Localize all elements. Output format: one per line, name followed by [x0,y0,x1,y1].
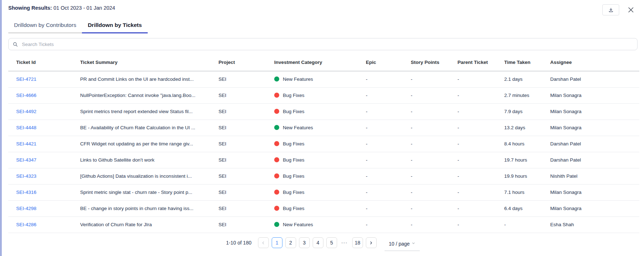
prev-page-button[interactable] [258,237,269,248]
col-project: Project [218,54,274,71]
col-parent-ticket: Parent Ticket [457,54,504,71]
category-label: Bug Fixes [283,190,304,195]
investment-category-cell: New Features [274,71,366,87]
story-points-cell: - [411,71,457,87]
tab-bar: Drilldown by Contributors Drilldown by T… [2,18,644,33]
parent-ticket-cell: - [457,184,504,200]
table-row: SEI-4666NullPointerException: Cannot inv… [8,87,639,103]
table-row: SEI-4316Sprint metric single stat - chur… [8,184,639,200]
ticket-link[interactable]: SEI-4721 [16,76,36,82]
category-label: New Features [283,222,313,227]
col-time-taken: Time Taken [504,54,550,71]
story-points-cell: - [411,200,457,217]
project-cell: SEI [218,217,274,233]
page-button-18[interactable]: 18 [352,237,363,248]
table-row: SEI-4421CFR Widget not updating as per t… [8,136,639,152]
parent-ticket-cell: - [457,168,504,184]
ticket-link[interactable]: SEI-4347 [16,157,36,163]
project-cell: SEI [218,136,274,152]
category-label: Bug Fixes [283,173,304,179]
epic-cell: - [366,71,411,87]
time-taken-cell: 19.7 hours [504,152,550,168]
page-button-4[interactable]: 4 [313,237,323,248]
category-dot-icon [274,93,279,98]
table-body: SEI-4721PR and Commit Links on the UI ar… [8,71,639,233]
topbar-actions [602,4,635,15]
showing-results-label: Showing Results: [8,5,52,11]
assignee-cell: Darshan Patel [550,71,639,87]
category-dot-icon [274,222,279,227]
category-dot-icon [274,76,279,82]
parent-ticket-cell: - [457,217,504,233]
table-row: SEI-4286Verification of Churn Rate for J… [8,217,639,233]
ticket-id-cell: SEI-4721 [8,71,80,87]
category-label: Bug Fixes [283,93,304,98]
pagination-range: 1-10 of 180 [226,240,252,246]
ticket-id-cell: SEI-4492 [8,103,80,120]
story-points-cell: - [411,136,457,152]
time-taken-cell: 2.7 minutes [504,87,550,103]
investment-category-cell: Bug Fixes [274,136,366,152]
page-button-5[interactable]: 5 [326,237,337,248]
time-taken-cell: 7.9 days [504,103,550,120]
assignee-cell: Milan Sonagra [550,120,639,136]
search-input[interactable] [21,41,633,47]
ticket-id-cell: SEI-4421 [8,136,80,152]
epic-cell: - [366,136,411,152]
ticket-link[interactable]: SEI-4286 [16,222,36,227]
search-icon [13,42,18,47]
col-story-points: Story Points [411,54,457,71]
project-cell: SEI [218,184,274,200]
close-button[interactable] [627,6,635,14]
pagination-ellipsis[interactable]: ••• [340,241,349,245]
project-cell: SEI [218,200,274,217]
page-size-select[interactable]: 10 / page [385,239,420,251]
assignee-cell: Milan Sonagra [550,200,639,217]
story-points-cell: - [411,87,457,103]
project-cell: SEI [218,71,274,87]
page-button-2[interactable]: 2 [285,237,296,248]
time-taken-cell: 6.4 days [504,200,550,217]
parent-ticket-cell: - [457,103,504,120]
ticket-link[interactable]: SEI-4448 [16,125,36,130]
parent-ticket-cell: - [457,71,504,87]
ticket-link[interactable]: SEI-4316 [16,190,36,195]
story-points-cell: - [411,152,457,168]
ticket-link[interactable]: SEI-4323 [16,173,36,179]
project-cell: SEI [218,103,274,120]
category-label: Bug Fixes [283,157,304,163]
category-dot-icon [274,157,279,162]
col-assignee: Assignee [550,54,639,71]
time-taken-cell: 8.4 hours [504,136,550,152]
time-taken-cell: 2.1 days [504,71,550,87]
investment-category-cell: Bug Fixes [274,168,366,184]
epic-cell: - [366,120,411,136]
next-page-button[interactable] [366,237,377,248]
ticket-summary-cell: CFR Widget not updating as per the time … [80,136,218,152]
investment-category-cell: Bug Fixes [274,184,366,200]
project-cell: SEI [218,87,274,103]
tab-drilldown-by-contributors[interactable]: Drilldown by Contributors [8,18,82,33]
ticket-link[interactable]: SEI-4298 [16,206,36,211]
date-range: 01 Oct 2023 - 01 Jan 2024 [52,5,115,11]
table-row: SEI-4448BE - Availability of Churn Rate … [8,120,639,136]
epic-cell: - [366,184,411,200]
story-points-cell: - [411,184,457,200]
tab-drilldown-by-tickets[interactable]: Drilldown by Tickets [82,18,147,33]
download-button[interactable] [602,4,619,15]
ticket-link[interactable]: SEI-4666 [16,93,36,98]
time-taken-cell: 13.2 days [504,120,550,136]
ticket-link[interactable]: SEI-4421 [16,141,36,146]
ticket-link[interactable]: SEI-4492 [16,109,36,114]
assignee-cell: Darshan Patel [550,152,639,168]
page-button-3[interactable]: 3 [299,237,310,248]
drilldown-modal: Showing Results: 01 Oct 2023 - 01 Jan 20… [0,0,644,256]
col-investment-category: Investment Category [274,54,366,71]
parent-ticket-cell: - [457,152,504,168]
ticket-summary-cell: Verification of Churn Rate for JIra [80,217,218,233]
ticket-summary-cell: [Github Actions] Data visualization is i… [80,168,218,184]
ticket-id-cell: SEI-4323 [8,168,80,184]
parent-ticket-cell: - [457,120,504,136]
page-button-1[interactable]: 1 [272,237,282,248]
time-taken-cell: 7.1 hours [504,184,550,200]
